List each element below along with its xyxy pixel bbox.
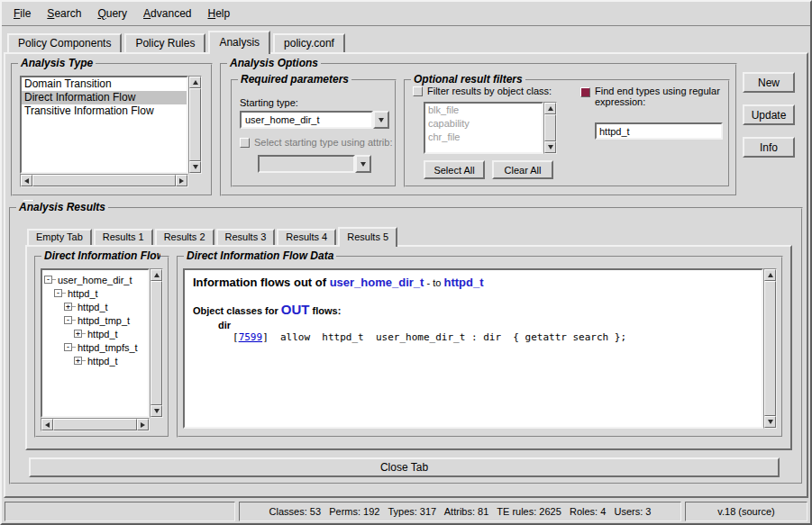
scrollbar-thumb[interactable] (151, 281, 162, 405)
tree-node-label[interactable]: httpd_t (87, 329, 118, 339)
attrib-checkbox[interactable]: Select starting type using attrib: (240, 137, 392, 148)
tree-row[interactable]: + httpd_t (44, 354, 146, 367)
filter-object-class-label: Filter results by object class: (427, 86, 552, 96)
menu-advanced-accel: A (143, 7, 151, 20)
scroll-left-button[interactable] (21, 175, 32, 186)
starting-type-dropdown-button[interactable] (373, 111, 389, 129)
tree-node-label[interactable]: httpd_t (78, 302, 108, 312)
select-all-button[interactable]: Select All (424, 160, 485, 179)
scrollbar-trough[interactable] (151, 281, 162, 405)
scrollbar-trough[interactable] (544, 114, 556, 141)
tree-row[interactable]: + httpd_t (44, 327, 146, 340)
update-button[interactable]: Update (743, 104, 795, 125)
checkbox-indicator[interactable] (240, 138, 250, 148)
scrollbar-thumb[interactable] (189, 88, 201, 161)
tree-row[interactable]: - user_home_dir_t (44, 273, 146, 286)
analysis-type-listbox-wrap: Domain Transition Direct Information Flo… (20, 76, 202, 187)
scrollbar-trough[interactable] (32, 175, 176, 186)
starting-type-combobox[interactable]: user_home_dir_t (240, 111, 389, 129)
info-button[interactable]: Info (743, 137, 795, 158)
scrollbar-trough[interactable] (189, 88, 201, 161)
expander-closed-icon[interactable]: + (74, 330, 82, 338)
flow-tree-vertical-scrollbar[interactable] (150, 268, 163, 418)
menu-help[interactable]: Help (199, 5, 238, 23)
scroll-up-button[interactable] (764, 269, 776, 281)
checkbox-indicator[interactable] (413, 86, 423, 96)
tab-policy-rules[interactable]: Policy Rules (124, 33, 205, 52)
tree-node-label[interactable]: httpd_t (68, 288, 98, 299)
flow-data-textarea[interactable]: Information flows out of user_home_dir_t… (183, 268, 763, 429)
tab-results-1[interactable]: Results 1 (94, 229, 153, 245)
expander-closed-icon[interactable]: + (64, 303, 72, 311)
tree-row[interactable]: + httpd_t (44, 300, 146, 313)
tab-results-5[interactable]: Results 5 (338, 227, 397, 247)
classes-prefix: Object classes for (193, 305, 281, 316)
regex-input[interactable] (595, 122, 723, 140)
menu-file[interactable]: File (5, 5, 39, 23)
tab-empty-tab[interactable]: Empty Tab (27, 229, 92, 245)
menu-query[interactable]: Query (89, 5, 135, 23)
list-item-transitive-information-flow[interactable]: Transitive Information Flow (22, 104, 187, 118)
scrollbar-thumb[interactable] (53, 419, 137, 430)
expander-open-icon[interactable]: - (64, 343, 72, 351)
scroll-down-button[interactable] (189, 161, 201, 173)
tab-analysis[interactable]: Analysis (208, 31, 270, 54)
menu-search-label: earch (54, 7, 81, 20)
flow-tree-horizontal-scrollbar[interactable] (41, 418, 150, 431)
scrollbar-trough[interactable] (53, 419, 137, 430)
flow-direction: OUT (281, 302, 310, 317)
tab-results-2[interactable]: Results 2 (155, 229, 214, 245)
scrollbar-thumb[interactable] (764, 281, 776, 416)
attrib-combobox (258, 155, 371, 173)
scroll-up-button[interactable] (189, 77, 201, 88)
object-class-vertical-scrollbar[interactable] (543, 102, 557, 154)
list-item-chr-file: chr_file (425, 131, 542, 144)
tab-policy-components[interactable]: Policy Components (7, 33, 122, 52)
scrollbar-thumb[interactable] (544, 114, 556, 141)
expander-closed-icon[interactable]: + (74, 357, 82, 365)
list-item-direct-information-flow[interactable]: Direct Information Flow (22, 91, 187, 104)
analysis-type-panel: Analysis Type Domain Transition Direct I… (11, 63, 213, 196)
scroll-right-button[interactable] (137, 419, 149, 430)
analysis-type-listbox[interactable]: Domain Transition Direct Information Flo… (20, 76, 188, 174)
optional-filters-panel: Optional result filters Filter results b… (404, 79, 730, 187)
checkbox-indicator-checked[interactable] (580, 87, 590, 97)
menu-search[interactable]: Search (39, 5, 89, 23)
tree-node-label[interactable]: httpd_tmp_t (78, 315, 130, 326)
tab-results-3[interactable]: Results 3 (216, 229, 276, 245)
tree-row[interactable]: - httpd_tmpfs_t (44, 340, 146, 354)
expander-open-icon[interactable]: - (54, 289, 62, 297)
flow-tree[interactable]: - user_home_dir_t - httpd_t + httpd_t (41, 268, 150, 418)
scroll-right-button[interactable] (176, 175, 187, 186)
analysis-type-horizontal-scrollbar[interactable] (20, 174, 188, 187)
flow-data-vertical-scrollbar[interactable] (763, 268, 777, 429)
rule-id-link[interactable]: 7599 (239, 331, 263, 343)
close-tab-button[interactable]: Close Tab (29, 457, 780, 477)
tree-node-label[interactable]: httpd_t (87, 356, 118, 367)
scroll-down-button[interactable] (544, 141, 556, 153)
tree-node-label[interactable]: user_home_dir_t (58, 275, 132, 285)
scroll-up-button[interactable] (151, 269, 162, 281)
filter-object-class-checkbox[interactable]: Filter results by object class: (413, 86, 552, 96)
menu-advanced[interactable]: Advanced (135, 5, 199, 23)
starting-type-value[interactable]: user_home_dir_t (240, 111, 373, 129)
scroll-down-button[interactable] (764, 416, 776, 428)
regex-checkbox[interactable]: Find end types using regular expression: (580, 86, 725, 107)
tree-node-label[interactable]: httpd_tmpfs_t (78, 342, 138, 353)
scroll-down-button[interactable] (151, 405, 162, 417)
tab-policy-conf[interactable]: policy.conf (273, 33, 345, 52)
scrollbar-trough[interactable] (764, 281, 776, 416)
expander-open-icon[interactable]: - (64, 316, 72, 324)
analysis-type-vertical-scrollbar[interactable] (188, 76, 202, 174)
tree-row[interactable]: - httpd_t (44, 286, 146, 300)
expander-open-icon[interactable]: - (44, 276, 52, 284)
list-item-domain-transition[interactable]: Domain Transition (22, 77, 187, 91)
new-button[interactable]: New (743, 72, 795, 93)
required-parameters-title: Required parameters (238, 73, 351, 86)
scroll-left-button[interactable] (41, 419, 53, 430)
tab-results-4[interactable]: Results 4 (277, 229, 336, 245)
scrollbar-thumb[interactable] (32, 175, 176, 186)
clear-all-button[interactable]: Clear All (492, 160, 553, 179)
scroll-up-button[interactable] (544, 103, 556, 114)
tree-row[interactable]: - httpd_tmp_t (44, 313, 146, 327)
